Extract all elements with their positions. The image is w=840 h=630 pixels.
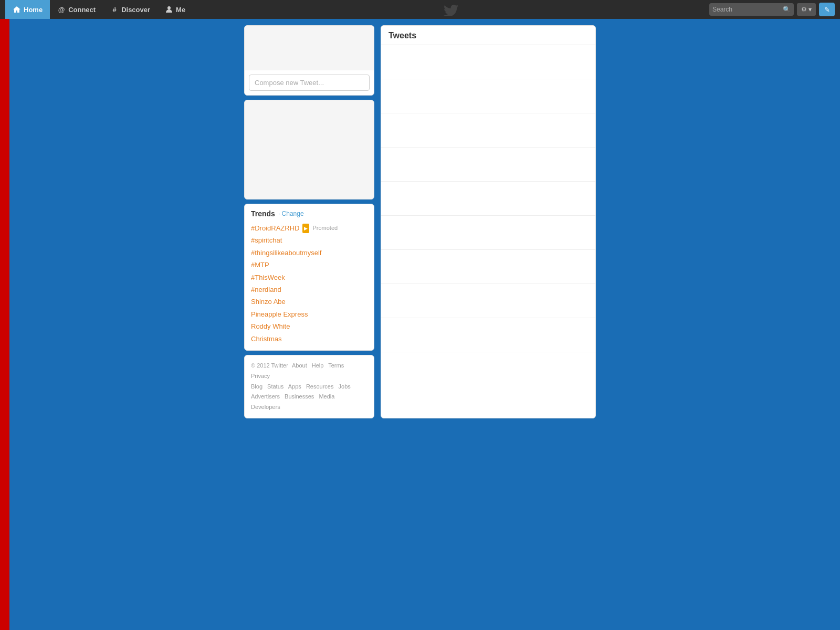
nav-label-me: Me: [176, 6, 185, 14]
nav-label-home: Home: [24, 6, 43, 14]
svg-point-0: [167, 6, 171, 9]
nav-item-me[interactable]: Me: [158, 0, 193, 19]
search-box[interactable]: 🔍: [709, 3, 794, 16]
red-stripe: [0, 19, 9, 630]
compose-tweet-button[interactable]: ✎: [819, 3, 835, 16]
trend-item-1[interactable]: #spiritchat: [251, 234, 368, 246]
footer-link-help[interactable]: Help: [312, 362, 324, 369]
trend-item-9[interactable]: Christmas: [251, 333, 368, 345]
gear-icon: ⚙: [801, 6, 807, 13]
settings-button[interactable]: ⚙ ▾: [797, 3, 816, 16]
footer-link-developers[interactable]: Developers: [251, 404, 280, 410]
me-icon: [165, 5, 173, 14]
trend-item-7[interactable]: Pineapple Express: [251, 308, 368, 320]
tweet-row: [381, 284, 595, 318]
footer-links: © 2012 Twitter About Help Terms Privacy …: [251, 361, 368, 413]
trend-item-0[interactable]: #DroidRAZRHD ▶ Promoted: [251, 222, 368, 234]
trend-text-5: #nerdland: [251, 284, 281, 296]
connect-icon: @: [57, 5, 66, 14]
tweet-row: [381, 148, 595, 182]
trend-text-8: Roddy White: [251, 320, 290, 332]
tweet-row: [381, 216, 595, 250]
tweet-row: [381, 318, 595, 352]
promoted-badge: ▶: [302, 224, 309, 233]
trends-change-button[interactable]: · Change: [278, 210, 304, 217]
footer-link-apps[interactable]: Apps: [288, 383, 301, 390]
trends-header: Trends · Change: [251, 209, 368, 218]
footer-link-status[interactable]: Status: [267, 383, 284, 390]
nav-item-connect[interactable]: @ Connect: [50, 0, 103, 19]
trend-item-8[interactable]: Roddy White: [251, 320, 368, 332]
search-icon: 🔍: [783, 6, 791, 13]
navbar: Home @ Connect # Discover Me: [0, 0, 840, 19]
pencil-icon: ✎: [824, 6, 830, 14]
home-icon: [13, 5, 21, 14]
tweet-row: [381, 45, 595, 79]
trend-item-3[interactable]: #MTP: [251, 259, 368, 271]
dropdown-arrow-icon: ▾: [808, 6, 812, 13]
footer-link-resources[interactable]: Resources: [306, 383, 334, 390]
promoted-label: Promoted: [312, 223, 338, 234]
footer-link-media[interactable]: Media: [319, 393, 334, 400]
tweet-row: [381, 182, 595, 216]
footer-link-advertisers[interactable]: Advertisers: [251, 393, 280, 400]
tweet-row: [381, 250, 595, 284]
footer-link-blog[interactable]: Blog: [251, 383, 262, 390]
footer-link-businesses[interactable]: Businesses: [285, 393, 314, 400]
left-column: Trends · Change #DroidRAZRHD ▶ Promoted …: [244, 25, 374, 418]
profile-card: [244, 25, 374, 96]
trend-item-4[interactable]: #ThisWeek: [251, 271, 368, 284]
trend-item-5[interactable]: #nerdland: [251, 284, 368, 296]
nav-item-home[interactable]: Home: [5, 0, 50, 19]
footer-link-jobs[interactable]: Jobs: [339, 383, 351, 390]
twitter-logo: [193, 3, 709, 16]
footer-link-about[interactable]: About: [292, 362, 307, 369]
widget-card: [244, 100, 374, 200]
nav-items: Home @ Connect # Discover Me: [5, 0, 193, 19]
tweets-title: Tweets: [388, 31, 416, 40]
copyright: © 2012 Twitter: [251, 362, 288, 369]
trends-card: Trends · Change #DroidRAZRHD ▶ Promoted …: [244, 204, 374, 351]
tweet-row: [381, 352, 595, 386]
trend-text-4: #ThisWeek: [251, 271, 285, 284]
trend-text-3: #MTP: [251, 259, 269, 271]
trend-text-7: Pineapple Express: [251, 308, 308, 320]
tweets-header: Tweets: [381, 26, 595, 45]
footer-link-privacy[interactable]: Privacy: [251, 373, 270, 379]
search-input[interactable]: [712, 6, 781, 13]
trend-text-9: Christmas: [251, 333, 282, 345]
trend-item-6[interactable]: Shinzo Abe: [251, 296, 368, 308]
nav-label-discover: Discover: [121, 6, 150, 14]
trends-title: Trends: [251, 209, 275, 218]
nav-label-connect: Connect: [68, 6, 96, 14]
footer-card: © 2012 Twitter About Help Terms Privacy …: [244, 355, 374, 418]
compose-tweet-input[interactable]: [249, 75, 370, 91]
footer-link-terms[interactable]: Terms: [328, 362, 344, 369]
discover-icon: #: [110, 5, 119, 14]
tweet-row: [381, 113, 595, 148]
trend-text-6: Shinzo Abe: [251, 296, 286, 308]
navbar-right: 🔍 ⚙ ▾ ✎: [709, 3, 835, 16]
compose-area: [245, 70, 374, 95]
trend-text-1: #spiritchat: [251, 234, 282, 246]
nav-item-discover[interactable]: # Discover: [103, 0, 158, 19]
trend-text-2: #thingsilikeaboutmyself: [251, 247, 321, 259]
tweet-row: [381, 79, 595, 113]
main-content: Trends · Change #DroidRAZRHD ▶ Promoted …: [0, 19, 840, 425]
tweets-panel: Tweets: [381, 25, 596, 418]
profile-header-bg: [245, 26, 374, 70]
trend-item-2[interactable]: #thingsilikeaboutmyself: [251, 247, 368, 259]
trend-text-0: #DroidRAZRHD: [251, 222, 299, 234]
